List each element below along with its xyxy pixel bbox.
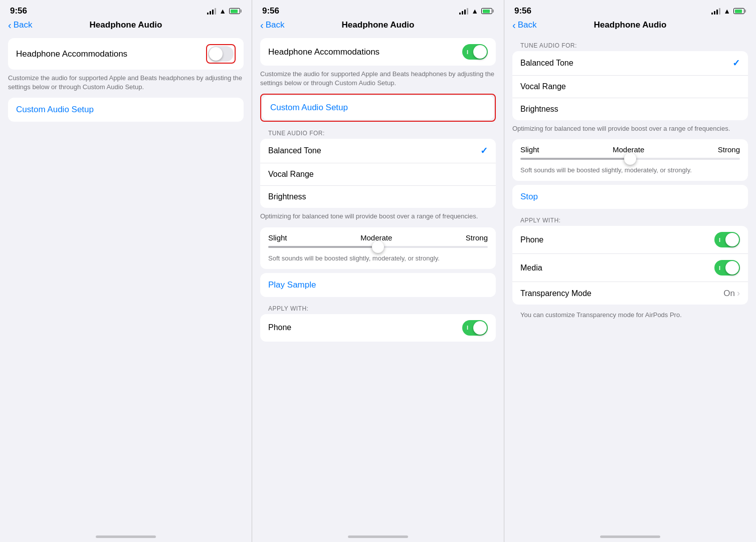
panel-2: 9:56 ▲ ‹ Back Headphone Audio — [252, 0, 504, 542]
phone-toggle-3[interactable] — [714, 232, 740, 247]
tune-brightness-label-2: Brightness — [268, 192, 306, 201]
status-icons-3: ▲ — [711, 7, 746, 15]
time-3: 9:56 — [514, 6, 531, 16]
nav-bar-3: ‹ Back Headphone Audio — [504, 18, 756, 34]
accommodations-card-2: Headphone Accommodations — [260, 38, 496, 66]
battery-icon-3 — [733, 8, 746, 14]
content-1: Headphone Accommodations Customize the a… — [0, 34, 252, 525]
tune-vocal-label-2: Vocal Range — [268, 170, 314, 179]
back-button-2[interactable]: ‹ Back — [260, 20, 284, 31]
apply-section-label-3: APPLY WITH: — [504, 213, 756, 226]
slider-section-3: Slight Moderate Strong Soft sounds will … — [512, 139, 748, 181]
accommodations-row-1: Headphone Accommodations — [8, 38, 244, 70]
content-3: TUNE AUDIO FOR: Balanced Tone ✓ Vocal Ra… — [504, 34, 756, 525]
media-row-3: Media — [512, 254, 748, 282]
tune-section-label-3: TUNE AUDIO FOR: — [504, 38, 756, 51]
home-indicator-3 — [504, 525, 756, 542]
signal-icon-1 — [207, 8, 216, 15]
tune-row-vocal-3[interactable]: Vocal Range — [512, 76, 748, 98]
phone-label-2: Phone — [268, 323, 291, 332]
back-label-2: Back — [266, 20, 285, 30]
accommodations-row-2: Headphone Accommodations — [260, 38, 496, 66]
time-1: 9:56 — [10, 6, 27, 16]
slider-track-2[interactable] — [268, 246, 488, 248]
wifi-icon-3: ▲ — [723, 7, 730, 15]
status-icons-1: ▲ — [207, 7, 242, 15]
back-label-3: Back — [518, 20, 537, 30]
panel-1: 9:56 ▲ ‹ Back Headphone Audio — [0, 0, 252, 542]
home-indicator-2 — [252, 525, 504, 542]
custom-audio-highlight-2: Custom Audio Setup — [260, 94, 496, 122]
accommodations-desc-2: Customize the audio for supported Apple … — [260, 70, 496, 88]
play-sample-link-2[interactable]: Play Sample — [260, 273, 496, 297]
wifi-icon-2: ▲ — [471, 7, 478, 15]
status-bar-2: 9:56 ▲ — [252, 0, 504, 18]
tune-row-vocal-2[interactable]: Vocal Range — [260, 163, 496, 186]
transparency-value-container-3: On › — [723, 288, 740, 299]
status-bar-3: 9:56 ▲ — [504, 0, 756, 18]
signal-icon-2 — [459, 8, 468, 15]
apply-card-3: Phone Media Transparency Mode On › — [512, 226, 748, 305]
tune-card-2: Balanced Tone ✓ Vocal Range Brightness — [260, 139, 496, 208]
accommodations-label-2: Headphone Accommodations — [268, 47, 380, 57]
content-2: Headphone Accommodations Customize the a… — [252, 34, 504, 525]
chevron-right-icon-3: › — [737, 288, 740, 299]
status-icons-2: ▲ — [459, 7, 494, 15]
wifi-icon-1: ▲ — [219, 7, 226, 15]
home-bar-3 — [600, 535, 660, 538]
transparency-value-3: On — [723, 289, 735, 299]
home-bar-1 — [96, 535, 156, 538]
phone-label-3: Phone — [520, 235, 543, 244]
media-toggle-3[interactable] — [714, 260, 740, 276]
phone-row-2: Phone — [260, 314, 496, 342]
apply-card-2: Phone — [260, 314, 496, 342]
home-bar-2 — [348, 535, 408, 538]
tune-section-label-2: TUNE AUDIO FOR: — [252, 126, 504, 139]
transparency-desc-3: You can customize Transparency mode for … — [504, 309, 756, 324]
nav-bar-2: ‹ Back Headphone Audio — [252, 18, 504, 34]
phone-row-3: Phone — [512, 226, 748, 254]
tune-row-balanced-2[interactable]: Balanced Tone ✓ — [260, 139, 496, 163]
tune-desc-3: Optimizing for balanced tone will provid… — [512, 124, 748, 133]
tune-card-3: Balanced Tone ✓ Vocal Range Brightness — [512, 51, 748, 120]
transparency-label-3: Transparency Mode — [520, 289, 592, 298]
back-label-1: Back — [14, 20, 33, 30]
accommodations-toggle-1[interactable] — [208, 46, 234, 62]
media-label-3: Media — [520, 263, 542, 273]
nav-title-2: Headphone Audio — [342, 20, 415, 30]
chevron-left-icon-2: ‹ — [260, 20, 264, 31]
tune-desc-2: Optimizing for balanced tone will provid… — [260, 212, 496, 221]
tune-row-brightness-3[interactable]: Brightness — [512, 98, 748, 120]
back-button-1[interactable]: ‹ Back — [8, 20, 32, 31]
phone-toggle-2[interactable] — [462, 320, 488, 336]
checkmark-balanced-2: ✓ — [480, 145, 488, 156]
accommodations-toggle-2[interactable] — [462, 44, 488, 60]
checkmark-balanced-3: ✓ — [732, 58, 740, 69]
transparency-row-3[interactable]: Transparency Mode On › — [512, 282, 748, 305]
stop-link-3[interactable]: Stop — [512, 185, 748, 209]
signal-icon-3 — [711, 8, 720, 15]
slider-thumb-3[interactable] — [624, 153, 636, 165]
battery-icon-2 — [481, 8, 494, 14]
custom-audio-link-1[interactable]: Custom Audio Setup — [8, 98, 244, 122]
slider-moderate-2: Moderate — [360, 233, 392, 242]
panel-3: 9:56 ▲ ‹ Back Headphone Audio — [504, 0, 756, 542]
chevron-left-icon-1: ‹ — [8, 20, 12, 31]
back-button-3[interactable]: ‹ Back — [512, 20, 536, 31]
slider-desc-2: Soft sounds will be boosted slightly, mo… — [268, 254, 488, 263]
time-2: 9:56 — [262, 6, 279, 16]
tune-brightness-label-3: Brightness — [520, 105, 558, 114]
custom-audio-link-2[interactable]: Custom Audio Setup — [262, 96, 494, 120]
tune-vocal-label-3: Vocal Range — [520, 82, 566, 91]
slider-track-3[interactable] — [520, 158, 740, 160]
slider-strong-3: Strong — [718, 145, 740, 154]
tune-row-balanced-3[interactable]: Balanced Tone ✓ — [512, 51, 748, 76]
nav-bar-1: ‹ Back Headphone Audio — [0, 18, 252, 34]
battery-icon-1 — [229, 8, 242, 14]
accommodations-card-1: Headphone Accommodations — [8, 38, 244, 70]
toggle-highlight-1 — [206, 44, 236, 64]
nav-title-1: Headphone Audio — [90, 20, 162, 30]
slider-thumb-2[interactable] — [372, 241, 384, 253]
accommodations-desc-1: Customize the audio for supported Apple … — [8, 74, 244, 92]
tune-row-brightness-2[interactable]: Brightness — [260, 186, 496, 208]
